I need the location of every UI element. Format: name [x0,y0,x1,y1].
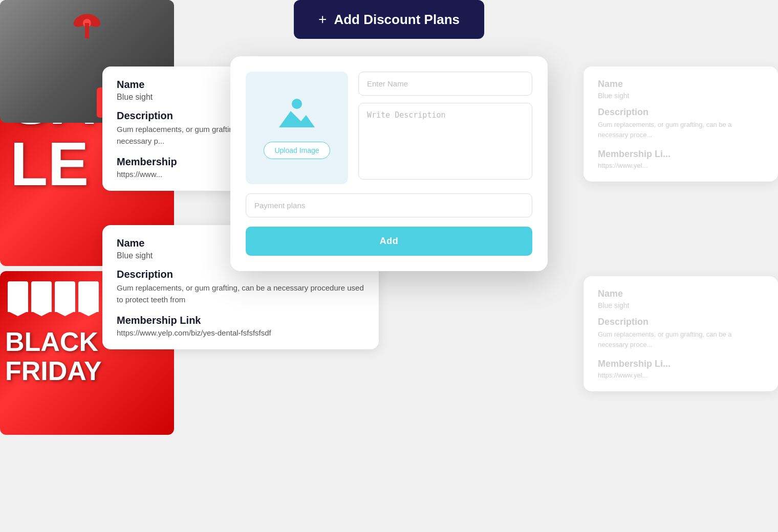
name-input[interactable] [358,72,532,96]
info-card-top-right: Name Blue sight Description Gum replacem… [584,66,778,182]
card-br-name-label: Name [598,289,764,299]
plus-icon: + [318,11,327,28]
add-discount-plans-button[interactable]: + Add Discount Plans [294,0,484,39]
card-br-membership-value: https://www.yel... [598,371,764,379]
card-tr-membership-label: Membership Li... [598,149,764,160]
image-upload-area: Upload Image [246,72,348,184]
svg-point-4 [292,99,302,109]
card-tr-name-label: Name [598,79,764,90]
card-bl-desc-value: Gum replacements, or gum grafting, can b… [117,282,364,305]
card-bl-membership-value: https://www.yelp.com/biz/yes-dental-fsfs… [117,328,364,337]
payment-plans-input[interactable] [246,193,532,217]
card-br-desc-value: Gum replacements, or gum grafting, can b… [598,329,764,349]
card-tr-desc-value: Gum replacements, or gum grafting, can b… [598,120,764,140]
add-button-label: Add Discount Plans [334,12,460,28]
add-submit-button[interactable]: Add [246,227,532,256]
card-tr-membership-value: https://www.yel... [598,162,764,169]
description-textarea[interactable] [358,103,532,180]
form-fields [358,72,532,184]
card-br-membership-label: Membership Li... [598,359,764,369]
image-placeholder-icon [276,97,317,135]
add-discount-modal: Upload Image Add [230,56,548,271]
card-tr-desc-label: Description [598,107,764,118]
upload-image-button[interactable]: Upload Image [264,142,330,159]
card-br-desc-label: Description [598,317,764,327]
info-card-bottom-right: Name Blue sight Description Gum replacem… [584,276,778,391]
svg-rect-3 [85,23,89,38]
card-bl-membership-label: Membership Link [117,315,364,326]
card-tr-name-value: Blue sight [598,92,764,100]
card-br-name-value: Blue sight [598,301,764,309]
